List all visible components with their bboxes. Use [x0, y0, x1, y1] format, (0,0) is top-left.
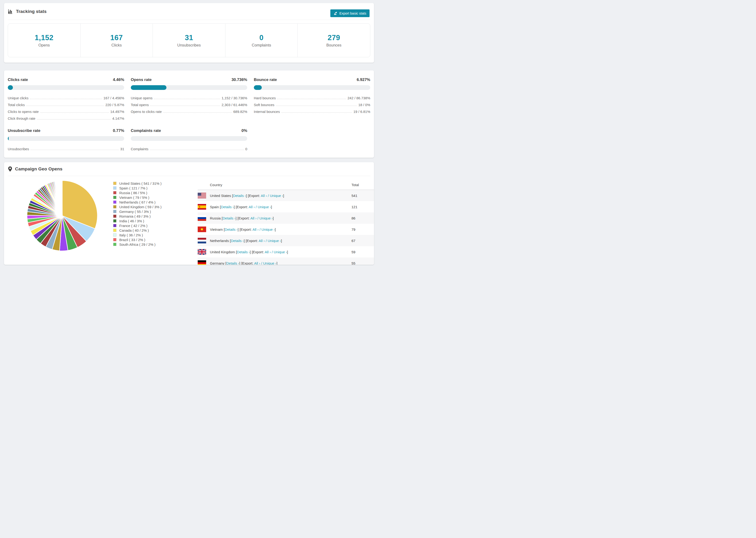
details-link[interactable]: Details › — [225, 228, 238, 232]
details-link[interactable]: Details › — [223, 216, 236, 220]
campaign-geo-opens-card: Campaign Geo Opens United States ( 541 /… — [4, 162, 374, 265]
rate-detail-row: Internal bounces19 / 6.81% — [254, 107, 370, 114]
country-total: 541 — [351, 194, 357, 198]
rate-title: Opens rate — [131, 78, 152, 82]
vn-flag-icon — [198, 227, 206, 232]
rate-value: 0.77% — [113, 129, 124, 133]
link-separator: / — [267, 194, 270, 198]
export-all-link[interactable]: All › — [254, 261, 260, 265]
country-name: Netherlands — [210, 239, 229, 243]
legend-label: South Africa ( 29 / 2% ) — [119, 242, 155, 246]
legend-item: Germany ( 55 / 3% ) — [113, 209, 162, 214]
bracket: ] [Export: — [234, 205, 249, 209]
bar-chart-icon — [8, 9, 13, 14]
tracking-stats-header: Tracking stats — [8, 3, 370, 20]
gb-flag-icon — [198, 249, 206, 255]
export-all-link[interactable]: All › — [265, 250, 271, 254]
nl-flag-icon — [198, 238, 206, 243]
rate-detail-row: Complaints0 — [131, 144, 247, 151]
details-link[interactable]: Details › — [233, 194, 246, 198]
legend-swatch — [113, 229, 117, 232]
stat-value: 279 — [328, 33, 340, 42]
details-link[interactable]: Details › — [221, 205, 234, 209]
export-unique-link[interactable]: Unique › — [274, 250, 287, 254]
legend-swatch — [113, 215, 117, 218]
export-unique-link[interactable]: Unique › — [270, 194, 283, 198]
bracket: ] — [276, 261, 277, 265]
rate-detail-row: Unsubscribes31 — [8, 144, 124, 151]
bracket: ] — [287, 250, 288, 254]
bracket: ] — [281, 239, 282, 243]
bounce-progress-bar — [254, 85, 370, 90]
export-unique-link[interactable]: Unique › — [259, 216, 273, 220]
rate-detail-row: Total clicks220 / 5.87% — [8, 100, 124, 107]
legend-swatch — [113, 233, 117, 237]
table-row: Netherlands [Details ›] [Export: All › /… — [198, 235, 374, 246]
country-total: 59 — [351, 250, 355, 254]
country-cell: United Kingdom [Details ›] [Export: All … — [210, 250, 288, 254]
legend-swatch — [113, 182, 117, 185]
table-row: United Kingdom [Details ›] [Export: All … — [198, 246, 374, 257]
country-name: Vietnam — [210, 228, 223, 232]
export-unique-link[interactable]: Unique › — [261, 228, 275, 232]
country-cell: Russia [Details ›] [Export: All › / Uniq… — [210, 216, 274, 220]
rate-detail-row: Opens to clicks rate689.82% — [131, 107, 247, 114]
stat-bounces: 279 Bounces — [298, 24, 370, 57]
country-cell: United States [Details ›] [Export: All ›… — [210, 194, 284, 198]
export-all-link[interactable]: All › — [259, 239, 265, 243]
details-link[interactable]: Details › — [231, 239, 244, 243]
export-unique-link[interactable]: Unique › — [268, 239, 281, 243]
de-flag-icon — [198, 260, 206, 265]
legend-item: United States ( 541 / 31% ) — [113, 181, 162, 186]
stat-label: Complaints — [252, 43, 271, 47]
link-separator: / — [260, 261, 263, 265]
legend-swatch — [113, 243, 117, 246]
legend-label: Netherlands ( 67 / 4% ) — [119, 200, 155, 204]
es-flag-icon — [198, 204, 206, 210]
rate-detail-row: Click through rate4.147% — [8, 114, 124, 120]
country-name: United Kingdom — [210, 250, 235, 254]
export-basic-stats-button[interactable]: Export basic stats — [330, 9, 369, 17]
stat-value: 31 — [185, 33, 193, 42]
export-unique-link[interactable]: Unique › — [263, 261, 277, 265]
export-all-link[interactable]: All › — [249, 205, 255, 209]
opens-progress-bar — [131, 85, 247, 90]
export-all-link[interactable]: All › — [250, 216, 257, 220]
pie-legend: United States ( 541 / 31% )Spain ( 121 /… — [113, 181, 162, 247]
complaints-rate-block: Complaints rate0%Complaints0 — [131, 129, 247, 151]
legend-item: Russia ( 86 / 5% ) — [113, 190, 162, 195]
map-pin-icon — [8, 166, 13, 172]
legend-swatch — [113, 205, 117, 208]
link-separator: / — [255, 205, 258, 209]
export-button-label: Export basic stats — [340, 12, 366, 15]
legend-item: France ( 42 / 2% ) — [113, 223, 162, 228]
card-title: Campaign Geo Opens — [15, 166, 63, 172]
legend-item: Netherlands ( 67 / 4% ) — [113, 200, 162, 204]
table-row: United States [Details ›] [Export: All ›… — [198, 190, 374, 201]
legend-item: Brazil ( 33 / 2% ) — [113, 237, 162, 242]
country-total: 67 — [351, 239, 355, 243]
bracket: [ — [235, 250, 237, 254]
bracket: [ — [219, 205, 221, 209]
legend-label: Italy ( 36 / 2% ) — [119, 233, 143, 237]
rate-detail-row: Unique clicks167 / 4.456% — [8, 93, 124, 100]
rates-card: Clicks rate4.46%Unique clicks167 / 4.456… — [4, 71, 374, 158]
stat-label: Opens — [38, 43, 50, 47]
details-link[interactable]: Details › — [226, 261, 239, 265]
bracket: ] [Export: — [244, 239, 258, 243]
stat-label: Clicks — [111, 43, 122, 47]
legend-item: Spain ( 121 / 7% ) — [113, 186, 162, 190]
column-total: Total — [351, 183, 359, 187]
details-link[interactable]: Details › — [237, 250, 250, 254]
export-all-link[interactable]: All › — [261, 194, 267, 198]
export-unique-link[interactable]: Unique › — [257, 205, 271, 209]
table-row: Vietnam [Details ›] [Export: All › / Uni… — [198, 224, 374, 235]
legend-item: India ( 46 / 3% ) — [113, 219, 162, 223]
legend-swatch — [113, 224, 117, 227]
tracking-stats-card: Tracking stats Export basic stats 1,152 … — [4, 3, 374, 63]
ru-flag-icon — [198, 215, 206, 221]
bracket: ] — [275, 228, 276, 232]
rate-title: Bounce rate — [254, 78, 277, 82]
country-total: 79 — [351, 228, 355, 232]
export-all-link[interactable]: All › — [253, 228, 259, 232]
